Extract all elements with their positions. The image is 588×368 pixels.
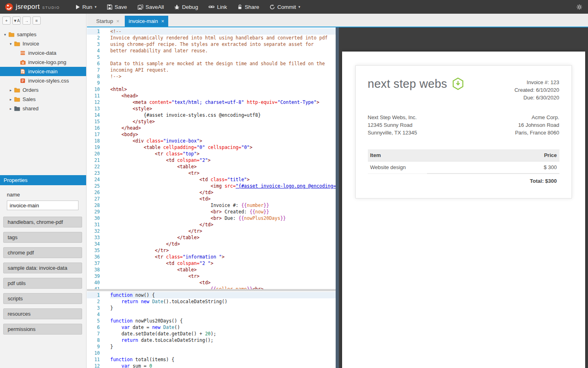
code-line: !--> <box>110 73 339 80</box>
invoice-addresses: Next Step Webs, Inc.12345 Sunny RoadSunn… <box>368 114 559 136</box>
tree-item-Invoice[interactable]: ▾Invoice <box>0 39 86 48</box>
code-line: <html> <box>110 86 339 93</box>
collapse-icon[interactable]: ▾ <box>8 42 13 46</box>
tree-item-invoice-logo.png[interactable]: invoice-logo.png <box>0 58 86 67</box>
line-number: 7 <box>87 331 100 337</box>
image-icon <box>19 60 27 65</box>
line-number: 28 <box>87 202 100 209</box>
table-cell: $ 300 <box>427 161 559 174</box>
invoice-meta-line: Created: 6/10/2020 <box>514 86 559 94</box>
line-number: 10 <box>87 86 100 93</box>
properties-section-permissions[interactable]: permissions <box>3 324 82 335</box>
top-toolbar: jsreport STUDIO Run▾SaveSaveAllDebugLink… <box>0 0 588 14</box>
add-entity-button[interactable]: + <box>2 17 10 25</box>
template-code[interactable]: <!--Invoice dynamically rendered into ht… <box>100 27 339 289</box>
expand-icon[interactable]: ▸ <box>8 97 13 101</box>
line-number-gutter: 1234567891011121314151617181920212223242… <box>87 27 100 289</box>
code-line: <td> <box>110 279 339 286</box>
properties-body: name handlebars, chrome-pdftagschrome pd… <box>0 185 86 335</box>
menu-button[interactable]: ≡ <box>33 17 41 25</box>
helpers-code[interactable]: function now() { return new Date().toLoc… <box>100 291 339 368</box>
save-icon <box>107 4 112 10</box>
code-line: <td> <box>110 196 339 202</box>
toolbar-link-button[interactable]: Link <box>203 0 232 14</box>
line-number: 7 <box>87 67 100 73</box>
line-number: 22 <box>87 163 100 170</box>
jsreport-logo: jsreport STUDIO <box>0 3 65 11</box>
sort-filter-button[interactable]: ▼A <box>12 17 21 25</box>
properties-section-scripts[interactable]: scripts <box>3 293 82 304</box>
invoice-total: Total: $300 <box>427 174 559 187</box>
toolbar-debug-button[interactable]: Debug <box>169 0 203 14</box>
tab-close-icon[interactable]: × <box>161 18 165 24</box>
tab-bar: Startup×invoice-main× <box>87 14 588 27</box>
toolbar-button-label: Commit <box>277 4 296 10</box>
code-line: <tr> <box>110 170 339 176</box>
tab-close-icon[interactable]: × <box>116 18 120 24</box>
tree-item-samples[interactable]: ▾samples <box>0 30 86 39</box>
code-line: </head> <box>110 125 339 131</box>
tree-item-invoice-data[interactable]: invoice-data <box>0 48 86 58</box>
line-number: 11 <box>87 93 100 99</box>
toolbar-share-button[interactable]: Share <box>232 0 264 14</box>
code-line: </td> <box>110 241 339 247</box>
settings-gear-icon[interactable] <box>576 4 582 10</box>
toolbar-button-label: SaveAll <box>146 4 164 10</box>
editor-scrollbar[interactable] <box>336 27 339 368</box>
sidebar-toolbar: +▼A→≡ <box>0 14 86 27</box>
tree-item-label: shared <box>23 105 39 112</box>
line-number: 20 <box>87 151 100 157</box>
code-line: date.setDate(date.getDate() + 20); <box>110 331 339 337</box>
properties-section-resources[interactable]: resources <box>3 308 82 319</box>
line-number: 12 <box>87 99 100 105</box>
line-number: 23 <box>87 170 100 176</box>
code-line: </tr> <box>110 228 339 234</box>
tree-item-label: invoice-main <box>28 68 58 74</box>
collapse-all-button[interactable]: → <box>23 17 31 25</box>
properties-title: Properties <box>4 177 27 183</box>
tree-item-shared[interactable]: ▸shared <box>0 104 86 113</box>
tree-item-label: Sales <box>23 96 36 102</box>
code-line: function total(items) { <box>110 356 339 363</box>
tree-item-Orders[interactable]: ▸Orders <box>0 85 86 95</box>
properties-sections: handlebars, chrome-pdftagschrome pdfsamp… <box>3 217 82 335</box>
tree-item-label: Orders <box>23 87 39 93</box>
template-editor[interactable]: 1234567891011121314151617181920212223242… <box>87 27 339 289</box>
properties-section-handlebars[interactable]: handlebars, chrome-pdf <box>3 217 82 227</box>
share-icon <box>237 4 242 10</box>
tree-item-invoice-main[interactable]: invoice-main <box>0 67 86 76</box>
line-number: 3 <box>87 305 100 311</box>
line-number: 12 <box>87 363 100 368</box>
code-line: } <box>110 343 339 350</box>
properties-section-chrome[interactable]: chrome pdf <box>3 247 82 258</box>
tree-item-Sales[interactable]: ▸Sales <box>0 95 86 104</box>
code-line: <table> <box>110 267 339 273</box>
tree-item-invoice-styles.css[interactable]: invoice-styles.css <box>0 76 86 85</box>
template-icon <box>19 69 27 74</box>
properties-section-pdf[interactable]: pdf utils <box>3 278 82 289</box>
properties-section-tags[interactable]: tags <box>3 232 82 243</box>
expand-icon[interactable]: ▸ <box>8 107 13 111</box>
tab-invoice-main[interactable]: invoice-main× <box>125 16 169 27</box>
toolbar-right <box>576 4 588 10</box>
line-number: 11 <box>87 356 100 363</box>
properties-section-sample[interactable]: sample data: invoice-data <box>3 263 82 273</box>
toolbar-run-button[interactable]: Run▾ <box>70 0 102 14</box>
expand-icon[interactable]: ▸ <box>8 88 13 92</box>
collapse-icon[interactable]: ▾ <box>2 33 8 37</box>
column-header: Price <box>427 149 559 161</box>
toolbar-button-label: Run <box>83 4 93 10</box>
line-number: 27 <box>87 196 100 202</box>
helpers-editor[interactable]: 123456789101112 function now() { return … <box>87 291 339 368</box>
code-line: </td> <box>110 189 339 196</box>
toolbar-commit-button[interactable]: Commit▾ <box>264 0 305 14</box>
tree-item-label: samples <box>17 31 36 37</box>
toolbar-save-button[interactable]: Save <box>102 0 132 14</box>
line-number: 5 <box>87 318 100 324</box>
buyer-address-line: 16 Johnson Road <box>515 121 559 129</box>
toolbar-saveall-button[interactable]: SaveAll <box>132 0 169 14</box>
line-number: 36 <box>87 254 100 260</box>
name-input[interactable] <box>7 201 78 210</box>
tab-Startup[interactable]: Startup× <box>92 16 124 27</box>
code-line: <head> <box>110 93 339 99</box>
